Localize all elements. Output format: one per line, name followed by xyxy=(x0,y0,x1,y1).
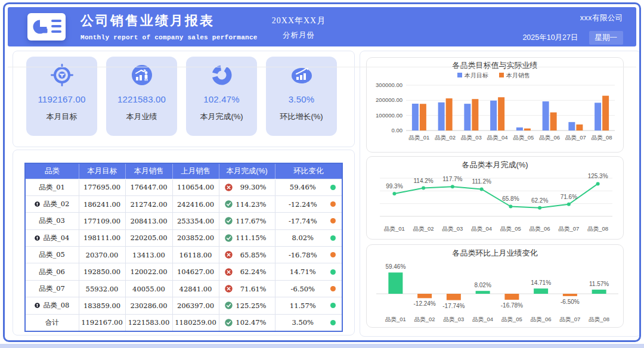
analysis-month: 20XX年XX月 xyxy=(251,15,346,26)
cell-last-month-sales[interactable]: 16118.00 xyxy=(172,247,219,263)
svg-text:8.02%: 8.02% xyxy=(474,282,491,288)
chart-card-completion-line: 各品类本月完成(%)99.3%品类_01114.2%品类_02117.7%品类_… xyxy=(366,156,624,240)
cell-monthly-sales[interactable]: 13413.00 xyxy=(125,247,172,263)
cell-mom-change[interactable]: 11.57% xyxy=(275,297,342,314)
cell-category[interactable]: 品类_05 xyxy=(25,247,79,263)
negative-dot-indicator xyxy=(330,286,336,291)
check-circle-icon xyxy=(225,200,233,208)
cell-completion[interactable]: 99.30% xyxy=(219,179,275,195)
svg-text:品类_02: 品类_02 xyxy=(435,134,456,141)
bar xyxy=(412,104,419,130)
cell-mom-change[interactable]: 8.02% xyxy=(275,229,342,246)
column-header: 本月目标 xyxy=(79,163,125,179)
svg-text:品类_07: 品类_07 xyxy=(565,134,586,141)
svg-text:品类_03: 品类_03 xyxy=(461,134,482,141)
cell-mom-change[interactable]: 59.46% xyxy=(275,179,342,195)
cell-completion[interactable]: 111.15% xyxy=(219,229,275,246)
cell-monthly-sales[interactable]: 176447.00 xyxy=(125,179,172,195)
cell-completion[interactable]: 102.47% xyxy=(219,314,275,331)
cell-monthly-target[interactable]: 1192167.00 xyxy=(79,314,125,331)
cell-last-month-sales[interactable]: 42841.00 xyxy=(172,280,219,297)
bar xyxy=(516,128,523,130)
svg-text:111.2%: 111.2% xyxy=(472,178,491,185)
kpi-label: 本月完成(%) xyxy=(200,111,243,122)
cell-monthly-target[interactable]: 55932.00 xyxy=(79,280,125,297)
title-block: 公司销售业绩月报表 Monthly report of company sale… xyxy=(80,12,258,41)
kpi-card-monthly-sales: 1221583.00 本月业绩 xyxy=(106,57,177,136)
cell-monthly-sales[interactable]: 120022.00 xyxy=(125,263,172,280)
cell-last-month-sales[interactable]: 206397.00 xyxy=(172,297,219,314)
svg-text:本月销售: 本月销售 xyxy=(506,72,530,79)
top-rank-indicator-icon xyxy=(35,201,40,207)
cell-monthly-target[interactable]: 177695.00 xyxy=(79,179,125,195)
cell-completion[interactable]: 117.67% xyxy=(219,213,275,229)
svg-text:各品类目标值与实际业绩: 各品类目标值与实际业绩 xyxy=(453,61,538,70)
cell-monthly-target[interactable]: 198111.00 xyxy=(79,229,125,246)
svg-text:125.3%: 125.3% xyxy=(588,173,608,179)
table-row: 品类_06192850.00120022.00104627.0062.24%14… xyxy=(25,263,342,280)
cell-last-month-sales[interactable]: 253354.00 xyxy=(172,213,219,229)
cell-monthly-target[interactable]: 177109.00 xyxy=(79,213,125,229)
bar xyxy=(472,99,478,130)
svg-text:各品类环比上月业绩变化: 各品类环比上月业绩变化 xyxy=(453,248,538,257)
cell-monthly-sales[interactable]: 220205.00 xyxy=(125,229,172,246)
cell-monthly-sales[interactable]: 212742.00 xyxy=(125,195,172,212)
content-area: 1192167.00 本月目标 1221583 xyxy=(8,46,636,337)
cell-mom-change[interactable]: 14.71% xyxy=(275,263,342,280)
header: 公司销售业绩月报表 Monthly report of company sale… xyxy=(8,7,636,46)
cell-mom-change[interactable]: -17.74% xyxy=(275,213,342,229)
line-point xyxy=(596,182,600,185)
cell-last-month-sales[interactable]: 1180259.00 xyxy=(172,314,219,331)
bar xyxy=(417,294,432,298)
cell-category[interactable]: 品类_07 xyxy=(25,280,79,297)
cell-category[interactable]: 品类_08 xyxy=(25,297,79,314)
bar xyxy=(576,125,583,130)
cell-mom-change[interactable]: 3.50% xyxy=(275,314,342,331)
cell-category[interactable]: 品类_02 xyxy=(25,195,79,212)
cell-completion[interactable]: 114.23% xyxy=(219,195,275,212)
table-row: 品类_0755932.0040055.0042841.0071.61%-6.50… xyxy=(25,280,342,297)
bar xyxy=(446,98,453,130)
cell-completion[interactable]: 71.61% xyxy=(219,280,275,297)
cell-last-month-sales[interactable]: 110654.00 xyxy=(172,179,219,195)
cell-category[interactable]: 品类_01 xyxy=(25,179,79,195)
cell-completion[interactable]: 62.24% xyxy=(219,263,275,280)
svg-text:200000.00: 200000.00 xyxy=(376,97,402,103)
cell-monthly-target[interactable]: 192850.00 xyxy=(79,263,125,280)
cell-category[interactable]: 品类_03 xyxy=(25,213,79,229)
cell-monthly-target[interactable]: 183859.00 xyxy=(79,297,125,314)
check-circle-icon xyxy=(225,234,233,242)
svg-text:59.46%: 59.46% xyxy=(385,263,405,270)
cell-monthly-target[interactable]: 20370.00 xyxy=(79,247,125,263)
cell-monthly-sales[interactable]: 40055.00 xyxy=(125,280,172,297)
cell-last-month-sales[interactable]: 242416.00 xyxy=(172,195,219,212)
cell-mom-change[interactable]: -6.50% xyxy=(275,280,342,297)
cell-monthly-target[interactable]: 186241.00 xyxy=(79,195,125,212)
cell-mom-change[interactable]: -12.24% xyxy=(275,195,342,212)
cell-last-month-sales[interactable]: 104627.00 xyxy=(172,263,219,280)
bar xyxy=(602,96,609,130)
cell-monthly-sales[interactable]: 1221583.00 xyxy=(125,314,172,331)
charts-panel: 各品类目标值与实际业绩本月目标本月销售0.00100000.00200000.0… xyxy=(360,51,641,337)
cell-category[interactable]: 品类_06 xyxy=(25,263,79,280)
bar xyxy=(543,101,549,130)
bar xyxy=(524,129,531,130)
bar xyxy=(592,290,606,294)
cell-completion[interactable]: 125.25% xyxy=(219,297,275,314)
chart-card-target-vs-actual: 各品类目标值与实际业绩本月目标本月销售0.00100000.00200000.0… xyxy=(366,57,624,153)
svg-text:品类_04: 品类_04 xyxy=(487,134,508,141)
kpi-panel: 1192167.00 本月目标 1221583 xyxy=(13,51,355,147)
table-row: 品类_08183859.00230286.00206397.00125.25%1… xyxy=(25,297,342,314)
bar xyxy=(534,288,548,294)
cell-last-month-sales[interactable]: 203852.00 xyxy=(172,229,219,246)
cell-completion[interactable]: 65.85% xyxy=(219,247,275,263)
kpi-label: 本月目标 xyxy=(47,111,78,122)
bar xyxy=(563,294,577,296)
cell-monthly-sales[interactable]: 208413.00 xyxy=(125,213,172,229)
cell-category[interactable]: 品类_04 xyxy=(25,229,79,246)
cell-mom-change[interactable]: -16.78% xyxy=(275,247,342,263)
cell-category[interactable]: 合计 xyxy=(25,314,79,331)
positive-dot-indicator xyxy=(330,235,336,241)
cell-monthly-sales[interactable]: 230286.00 xyxy=(125,297,172,314)
column-header: 上月销售 xyxy=(172,163,219,179)
